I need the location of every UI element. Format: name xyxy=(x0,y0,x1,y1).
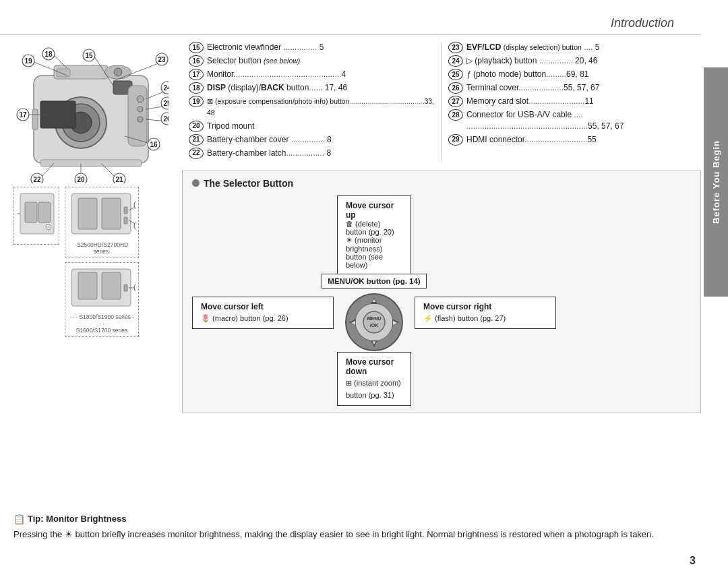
sub-cam-left: 27 xyxy=(13,187,59,245)
svg-point-9 xyxy=(138,107,143,112)
page-title: Introduction xyxy=(611,16,674,30)
move-up-label: Move cursor up xyxy=(346,201,402,220)
svg-text:18: 18 xyxy=(44,51,53,58)
part-num-29: 29 xyxy=(448,134,463,146)
svg-rect-61 xyxy=(78,198,97,229)
svg-rect-73 xyxy=(102,272,121,299)
part-25: 25 ƒ (photo mode) button.........69, 81 xyxy=(448,69,694,80)
svg-point-80 xyxy=(363,311,385,333)
move-down-box: Move cursor down ⊞ (instant zoom) button… xyxy=(337,352,411,406)
part-num-19: 19 xyxy=(189,96,204,107)
sub-cam-label-3: · · · S1800/S1900 series · · · S1600/S17… xyxy=(68,313,135,334)
svg-point-66 xyxy=(134,200,135,210)
svg-point-56 xyxy=(47,226,50,229)
svg-point-76 xyxy=(134,282,135,293)
part-29: 29 HDMI connector.......................… xyxy=(448,134,694,146)
part-desc-25: ƒ (photo mode) button.........69, 81 xyxy=(466,69,694,80)
part-desc-17: Monitor.................................… xyxy=(207,69,434,80)
part-desc-19: ⊠ (exposure compensation/photo info) but… xyxy=(207,96,434,119)
svg-text:15: 15 xyxy=(85,52,93,59)
sidebar-label: Before You Begin xyxy=(711,140,721,224)
svg-text:26: 26 xyxy=(163,115,169,123)
move-left-desc: 🌷 (macro) button (pg. 26) xyxy=(201,314,289,322)
sub-cam-label-2: ·S2500HD/S2700HD series· xyxy=(68,241,135,255)
move-right-desc: ⚡ (flash) button (pg. 27) xyxy=(423,314,506,322)
sub-cam-svg-3: 28 xyxy=(68,266,135,309)
svg-text:23: 23 xyxy=(158,56,166,63)
part-18: 18 DISP (display)/BACK button...... 17, … xyxy=(189,82,434,94)
tip-section: 📋 Tip: Monitor Brightness Pressing the ☀… xyxy=(13,514,701,541)
svg-text:19: 19 xyxy=(24,57,32,65)
part-num-21: 21 xyxy=(189,134,204,146)
part-num-16: 16 xyxy=(189,55,204,67)
move-right-label: Move cursor right xyxy=(423,302,547,311)
sub-cam-svg-2: 29 28 xyxy=(68,190,135,237)
tip-header: 📋 Tip: Monitor Brightness xyxy=(13,514,701,524)
part-num-18: 18 xyxy=(189,82,204,94)
part-28: 28 Connector for USB-A/V cable .........… xyxy=(448,109,694,132)
move-up-box: Move cursor up 🗑 (delete) button (pg. 20… xyxy=(337,195,411,274)
svg-point-12 xyxy=(114,68,122,76)
tip-icon: 📋 xyxy=(13,514,25,524)
parts-col-right: 23 EVF/LCD (display selection) button ..… xyxy=(442,42,701,161)
part-num-26: 26 xyxy=(448,82,463,94)
svg-rect-72 xyxy=(78,272,97,299)
svg-text:16: 16 xyxy=(150,141,158,148)
sidebar-tab: Before You Begin xyxy=(704,67,728,297)
svg-text:▶: ▶ xyxy=(393,320,398,326)
svg-text:▲: ▲ xyxy=(371,297,377,303)
svg-point-10 xyxy=(138,117,143,122)
svg-text:21: 21 xyxy=(115,176,123,183)
svg-rect-6 xyxy=(57,69,70,77)
part-num-22: 22 xyxy=(189,148,204,159)
svg-text:◀: ◀ xyxy=(351,320,356,326)
selector-grid: Move cursor up 🗑 (delete) button (pg. 20… xyxy=(192,195,691,406)
part-num-17: 17 xyxy=(189,69,204,80)
move-down-label: Move cursor down xyxy=(346,357,402,376)
part-desc-18: DISP (display)/BACK button...... 17, 46 xyxy=(207,82,434,94)
move-down-desc: ⊞ (instant zoom) button (pg. 31) xyxy=(346,379,401,399)
camera-svg: 23 24 25 26 15 16 xyxy=(13,42,169,183)
svg-rect-53 xyxy=(25,202,37,222)
part-desc-23: EVF/LCD (display selection) button .... … xyxy=(466,42,694,53)
sub-cam-svg-1: 27 xyxy=(17,190,57,237)
part-desc-21: Battery-chamber cover ............... 8 xyxy=(207,134,434,146)
part-desc-26: Terminal cover....................55, 57… xyxy=(466,82,694,94)
part-num-15: 15 xyxy=(189,42,204,53)
part-22: 22 Battery-chamber latch................… xyxy=(189,148,434,159)
camera-main-diagram: 23 24 25 26 15 16 xyxy=(13,42,169,183)
tip-body: Pressing the ☀ button briefly increases … xyxy=(13,528,701,541)
part-num-25: 25 xyxy=(448,69,463,80)
svg-rect-13 xyxy=(40,160,142,167)
main-content: 23 24 25 26 15 16 xyxy=(13,35,701,555)
svg-text:/OK: /OK xyxy=(370,323,378,328)
svg-text:MENU: MENU xyxy=(367,316,382,321)
sub-cam-s1800: 28 · · · S1800/S1900 series · · · S1600/… xyxy=(65,262,139,337)
move-left-box: Move cursor left 🌷 (macro) button (pg. 2… xyxy=(192,297,334,329)
svg-rect-63 xyxy=(124,207,127,214)
svg-text:▼: ▼ xyxy=(371,340,377,346)
part-27: 27 Memory card slot.....................… xyxy=(448,96,694,107)
part-desc-28: Connector for USB-A/V cable ............… xyxy=(466,109,694,132)
part-15: 15 Electronic viewfinder ...............… xyxy=(189,42,434,53)
move-up-line1: 🗑 (delete) button (pg. 20) xyxy=(346,220,402,236)
part-desc-22: Battery-chamber latch................. 8 xyxy=(207,148,434,159)
selector-section-title: The Selector Button xyxy=(192,178,691,189)
part-desc-16: Selector button (see below) xyxy=(207,55,434,67)
part-desc-27: Memory card slot........................… xyxy=(466,96,694,107)
menu-ok-button: MENU/OK button (pg. 14) xyxy=(322,274,426,289)
page-number: 3 xyxy=(690,555,696,567)
selector-title-text: The Selector Button xyxy=(204,178,293,189)
parts-col-left: 15 Electronic viewfinder ...............… xyxy=(182,42,442,161)
svg-rect-62 xyxy=(102,198,121,229)
svg-rect-74 xyxy=(124,284,127,291)
part-24: 24 ▷ (playback) button ............... 2… xyxy=(448,55,694,67)
parts-table: 15 Electronic viewfinder ...............… xyxy=(182,42,701,161)
parts-list: 15 Electronic viewfinder ...............… xyxy=(182,42,701,413)
svg-text:20: 20 xyxy=(77,176,85,183)
svg-rect-54 xyxy=(38,202,51,222)
part-num-24: 24 xyxy=(448,55,463,67)
move-right-box: Move cursor right ⚡ (flash) button (pg. … xyxy=(415,297,556,329)
part-desc-20: Tripod mount xyxy=(207,121,434,132)
part-19: 19 ⊠ (exposure compensation/photo info) … xyxy=(189,96,434,119)
